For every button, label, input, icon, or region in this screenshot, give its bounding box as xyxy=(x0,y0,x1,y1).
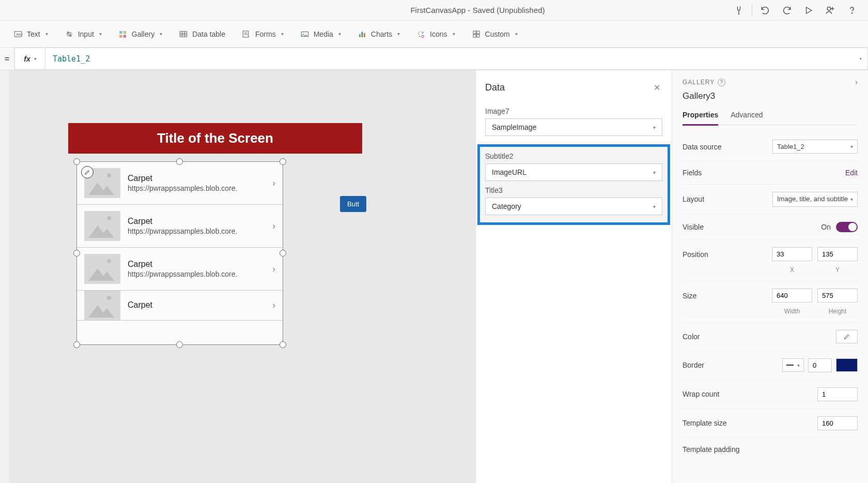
selection-handle[interactable] xyxy=(73,158,80,165)
redo-icon[interactable] xyxy=(776,0,798,21)
visible-toggle[interactable] xyxy=(836,222,858,232)
app-checker-icon[interactable] xyxy=(728,0,750,21)
ribbon-datatable-label: Data table xyxy=(192,30,225,38)
gallery-control[interactable]: Carpet https://pwrappssamples.blob.core.… xyxy=(76,161,283,345)
prop-label: Size xyxy=(683,289,696,300)
prop-size: Size Width Height xyxy=(683,281,858,323)
chevron-right-icon[interactable]: › xyxy=(272,300,275,311)
prop-templatepadding: Template padding xyxy=(683,438,858,461)
height-input[interactable] xyxy=(817,289,858,303)
main-area: Title of the Screen Butt Carpet https://… xyxy=(0,70,868,483)
ribbon-icons[interactable]: Icons ▾ xyxy=(409,26,462,42)
datasource-select[interactable]: Table1_2 ▾ xyxy=(772,140,858,154)
border-color-swatch[interactable] xyxy=(836,358,858,372)
selection-handle[interactable] xyxy=(280,250,286,256)
svg-rect-29 xyxy=(364,33,365,37)
ribbon-gallery-label: Gallery xyxy=(132,30,154,38)
play-icon[interactable] xyxy=(798,0,819,21)
property-tabs: Properties Advanced xyxy=(683,109,858,125)
prop-templatesize: Template size xyxy=(683,409,858,438)
ribbon-text[interactable]: Abc Text ▾ xyxy=(6,26,55,42)
svg-rect-15 xyxy=(119,35,122,37)
formula-expand-icon[interactable]: ▾ xyxy=(859,55,862,62)
edit-pencil-icon[interactable] xyxy=(81,166,94,178)
ribbon-custom[interactable]: Custom ▾ xyxy=(464,26,525,42)
chevron-right-icon[interactable]: › xyxy=(272,221,275,232)
ribbon-datatable[interactable]: Data table xyxy=(172,26,233,42)
help-icon[interactable] xyxy=(841,0,863,21)
prop-datasource: Data source Table1_2 ▾ xyxy=(683,132,858,161)
border-width-input[interactable] xyxy=(808,358,832,372)
templatesize-input[interactable] xyxy=(817,416,858,430)
ribbon-charts[interactable]: Charts ▾ xyxy=(350,26,407,42)
selection-handle[interactable] xyxy=(176,158,183,165)
data-field-label: Subtitle2 xyxy=(485,152,662,160)
gallery-item[interactable]: Carpet https://pwrappssamples.blob.core.… xyxy=(77,248,283,291)
svg-rect-13 xyxy=(119,31,122,34)
gallery-item[interactable]: Carpet https://pwrappssamples.blob.core.… xyxy=(77,205,283,248)
data-field-subtitle: Subtitle2 ImageURL ▾ xyxy=(485,152,662,181)
icons-icon xyxy=(416,29,426,39)
fx-button[interactable]: fx ▾ xyxy=(14,48,45,70)
canvas[interactable]: Title of the Screen Butt Carpet https://… xyxy=(9,70,475,483)
prop-label: Position xyxy=(683,247,708,259)
formula-input[interactable]: Table1_2 ▾ xyxy=(45,48,868,70)
data-field-select-title[interactable]: Category ▾ xyxy=(485,198,662,215)
chevron-down-icon: ▾ xyxy=(850,144,853,149)
selection-handle[interactable] xyxy=(73,250,80,256)
chevron-right-icon[interactable]: › xyxy=(272,264,275,275)
svg-point-5 xyxy=(851,12,852,13)
gallery-text: Carpet xyxy=(128,300,265,311)
close-icon[interactable]: ✕ xyxy=(652,81,662,95)
selection-handle[interactable] xyxy=(280,158,286,165)
chevron-right-icon[interactable]: › xyxy=(855,78,858,87)
y-label: Y xyxy=(817,266,858,274)
chevron-down-icon: ▾ xyxy=(653,125,656,130)
data-field-title: Title3 Category ▾ xyxy=(485,186,662,215)
ribbon-media[interactable]: Media ▾ xyxy=(293,26,348,42)
text-icon: Abc xyxy=(13,29,23,39)
control-category: GALLERY ? xyxy=(683,79,725,86)
gallery-item[interactable]: Carpet https://pwrappssamples.blob.core.… xyxy=(77,162,283,205)
border-style-select[interactable]: ▾ xyxy=(782,358,804,372)
gallery-item[interactable]: Carpet › xyxy=(77,291,283,321)
ribbon-forms[interactable]: Forms ▾ xyxy=(235,26,291,42)
help-icon[interactable]: ? xyxy=(718,79,725,86)
gallery-item-subtitle: https://pwrappssamples.blob.core. xyxy=(128,270,265,278)
chevron-right-icon[interactable]: › xyxy=(272,178,275,189)
svg-rect-16 xyxy=(123,35,126,37)
position-y-input[interactable] xyxy=(817,247,858,261)
tab-advanced[interactable]: Advanced xyxy=(731,109,763,125)
forms-icon xyxy=(242,29,251,39)
formula-equals: = xyxy=(0,48,14,70)
chevron-down-icon: ▾ xyxy=(34,56,36,62)
canvas-button[interactable]: Butt xyxy=(340,196,366,212)
ribbon-gallery[interactable]: Gallery ▾ xyxy=(111,26,169,42)
data-field-select-image[interactable]: SampleImage ▾ xyxy=(485,118,662,136)
svg-point-0 xyxy=(739,14,739,14)
share-icon[interactable] xyxy=(819,0,841,21)
prop-label: Data source xyxy=(683,143,721,151)
data-field-value: ImageURL xyxy=(492,168,526,176)
ribbon-input[interactable]: Input ▾ xyxy=(57,26,109,42)
tab-properties[interactable]: Properties xyxy=(683,109,718,126)
color-swatch[interactable] xyxy=(836,330,858,343)
screen-title: Title of the Screen xyxy=(68,123,362,154)
width-input[interactable] xyxy=(772,289,812,303)
fields-edit-link[interactable]: Edit xyxy=(845,169,858,177)
wrapcount-input[interactable] xyxy=(817,387,858,401)
layout-select[interactable]: Image, title, and subtitle ▾ xyxy=(772,192,858,207)
formula-bar: = fx ▾ Table1_2 ▾ xyxy=(0,48,868,70)
gallery-thumb xyxy=(84,291,120,321)
selection-handle[interactable] xyxy=(73,341,80,348)
position-x-input[interactable] xyxy=(772,247,812,261)
data-field-select-subtitle[interactable]: ImageURL ▾ xyxy=(485,163,662,181)
insert-ribbon: Abc Text ▾ Input ▾ Gallery ▾ Data table … xyxy=(0,21,868,48)
titlebar-actions xyxy=(728,0,868,21)
undo-icon[interactable] xyxy=(754,0,776,21)
selection-handle[interactable] xyxy=(280,341,286,348)
gallery-text: Carpet https://pwrappssamples.blob.core. xyxy=(128,174,265,192)
prop-label: Color xyxy=(683,333,700,341)
left-rail[interactable] xyxy=(0,70,9,483)
selection-handle[interactable] xyxy=(176,341,183,348)
